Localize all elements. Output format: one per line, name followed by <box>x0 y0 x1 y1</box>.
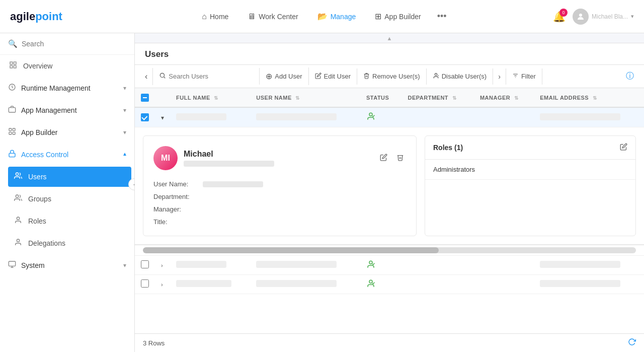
fullname-sort-icon: ⇅ <box>214 95 218 101</box>
notification-bell[interactable]: 🔔 0 <box>553 11 566 23</box>
filter-button[interactable]: Filter <box>506 68 542 85</box>
info-button[interactable]: ⓘ <box>621 67 639 86</box>
manager-sort-icon: ⇅ <box>514 95 519 101</box>
back-button[interactable]: ‹ <box>140 68 153 85</box>
select-all-header[interactable] <box>135 88 155 107</box>
sidebar-section-app-management[interactable]: App Management ▾ <box>0 99 134 121</box>
expanded-content: MI Michael <box>135 127 644 245</box>
sidebar-section-runtime[interactable]: Runtime Management ▾ <box>0 77 134 99</box>
nav-app-builder[interactable]: ⊞ App Builder <box>368 8 428 25</box>
svg-rect-7 <box>9 128 12 131</box>
row3-email <box>534 275 644 294</box>
roles-edit-button[interactable] <box>620 143 627 152</box>
edit-user-label: Edit User <box>324 73 351 80</box>
svg-rect-1 <box>10 62 13 64</box>
sidebar-groups-label: Groups <box>28 195 51 203</box>
briefcase-icon <box>8 105 16 115</box>
logo[interactable]: agilepoint <box>10 10 62 23</box>
table-row: ▾ <box>135 107 644 127</box>
nav-home[interactable]: ⌂ Home <box>195 8 235 25</box>
users-table: FULL NAME ⇅ USER NAME ⇅ STATUS DEPARTMEN… <box>135 88 644 294</box>
role-item-administrators: Administrators <box>425 160 635 180</box>
user-menu[interactable]: Michael Bla... ▾ <box>573 9 634 25</box>
title-detail: Title: <box>153 218 406 226</box>
manager-header[interactable]: MANAGER ⇅ <box>474 88 534 107</box>
svg-point-13 <box>16 195 18 197</box>
user-card: MI Michael <box>143 135 417 236</box>
system-chevron-icon: ▾ <box>123 262 126 269</box>
row3-expand-icon[interactable]: › <box>161 281 163 288</box>
department-header[interactable]: DEPARTMENT ⇅ <box>402 88 474 107</box>
row3-checkbox[interactable] <box>141 279 149 288</box>
department-detail: Department: <box>153 193 406 200</box>
status-header[interactable]: STATUS <box>360 88 401 107</box>
svg-point-18 <box>435 73 437 75</box>
row1-department <box>402 107 474 127</box>
content-header: Users <box>135 43 644 65</box>
sidebar-search[interactable]: 🔍 <box>0 33 134 55</box>
row1-expand-cell[interactable]: ▾ <box>155 107 170 127</box>
users-table-container: FULL NAME ⇅ USER NAME ⇅ STATUS DEPARTMEN… <box>135 88 644 333</box>
svg-rect-10 <box>13 132 15 134</box>
sidebar-section-access-control[interactable]: Access Control ▾ <box>0 144 134 166</box>
sidebar-item-overview[interactable]: Overview <box>0 55 134 77</box>
roles-header: Roles (1) <box>425 136 635 160</box>
top-navigation: agilepoint ⌂ Home 🖥 Work Center 📂 Manage… <box>0 0 644 33</box>
chart-icon <box>8 61 18 71</box>
user-details: User Name: Department: Manager: <box>153 180 406 226</box>
select-all-checkbox[interactable] <box>141 94 149 102</box>
refresh-button[interactable] <box>628 338 636 348</box>
search-users-button[interactable] <box>153 68 260 85</box>
nav-more-button[interactable]: ••• <box>433 7 451 26</box>
sidebar-item-users[interactable]: Users <box>8 167 131 187</box>
row2-expand-icon[interactable]: › <box>161 262 163 268</box>
svg-rect-9 <box>9 132 12 134</box>
sidebar-item-groups[interactable]: Groups <box>5 188 134 210</box>
collapse-bar[interactable]: ▲ <box>135 33 644 43</box>
username-header[interactable]: USER NAME ⇅ <box>250 88 360 107</box>
user-delete-button[interactable] <box>394 152 406 165</box>
svg-rect-4 <box>14 65 16 68</box>
filter-icon <box>512 73 519 81</box>
search-users-input[interactable] <box>169 73 253 80</box>
user-edit-button[interactable] <box>378 152 389 165</box>
svg-point-15 <box>17 239 19 242</box>
svg-rect-2 <box>14 62 16 64</box>
user-avatar-large: MI <box>153 146 178 170</box>
row1-expand-icon[interactable]: ▾ <box>161 114 164 121</box>
nav-manage[interactable]: 📂 Manage <box>310 8 363 25</box>
row2-expand-cell[interactable]: › <box>155 256 170 275</box>
user-name-email: Michael <box>184 150 372 167</box>
row1-username <box>250 107 360 127</box>
row2-checkbox[interactable] <box>141 260 149 268</box>
email-header[interactable]: EMAIL ADDRESS ⇅ <box>534 88 644 107</box>
row1-checkbox[interactable] <box>141 113 149 121</box>
delegations-icon <box>13 238 23 248</box>
row1-checkbox-cell[interactable] <box>135 107 155 127</box>
row3-manager <box>474 275 534 294</box>
sidebar-section-system[interactable]: System ▾ <box>0 254 134 276</box>
row3-fullname <box>170 275 250 294</box>
sidebar-section-app-builder[interactable]: App Builder ▾ <box>0 121 134 144</box>
edit-user-button[interactable]: Edit User <box>309 68 357 85</box>
disable-users-button[interactable]: Disable User(s) <box>427 68 494 85</box>
sidebar-search-input[interactable] <box>22 40 126 48</box>
sidebar-item-delegations[interactable]: Delegations <box>5 232 134 254</box>
sidebar-roles-label: Roles <box>28 217 46 225</box>
access-control-children: Users Groups Roles Delegat <box>0 167 134 254</box>
remove-users-button[interactable]: Remove User(s) <box>357 68 427 85</box>
main-content: ▲ Users ‹ ⊕ Add User Edit User <box>135 33 644 352</box>
add-icon: ⊕ <box>266 72 272 81</box>
add-user-button[interactable]: ⊕ Add User <box>260 67 308 85</box>
row3-expand-cell[interactable]: › <box>155 275 170 294</box>
fullname-header[interactable]: FULL NAME ⇅ <box>170 88 250 107</box>
sidebar-item-roles[interactable]: Roles <box>5 210 134 232</box>
row2-checkbox-cell[interactable] <box>135 256 155 275</box>
toolbar-more-button[interactable]: › <box>493 68 506 85</box>
horizontal-scrollbar[interactable] <box>143 247 636 253</box>
roles-list: Administrators <box>425 160 635 180</box>
nav-work-center[interactable]: 🖥 Work Center <box>240 8 305 25</box>
row3-checkbox-cell[interactable] <box>135 275 155 294</box>
nav-home-label: Home <box>210 13 228 21</box>
user-chevron-icon: ▾ <box>631 13 634 20</box>
